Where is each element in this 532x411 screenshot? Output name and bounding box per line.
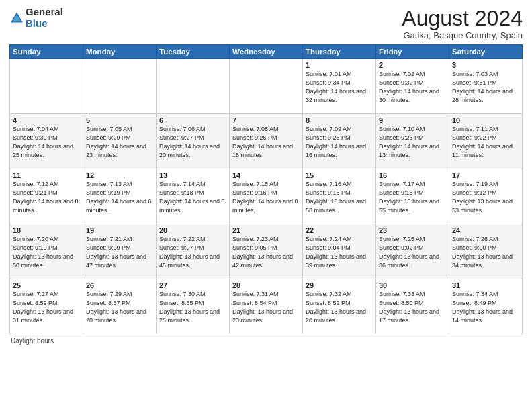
day-info: Sunrise: 7:17 AMSunset: 9:13 PMDaylight:… <box>379 180 446 215</box>
day-info: Sunrise: 7:20 AMSunset: 9:10 PMDaylight:… <box>13 235 80 270</box>
day-info: Sunrise: 7:12 AMSunset: 9:21 PMDaylight:… <box>13 180 80 215</box>
day-info: Sunrise: 7:21 AMSunset: 9:09 PMDaylight:… <box>86 235 153 270</box>
day-info: Sunrise: 7:14 AMSunset: 9:18 PMDaylight:… <box>159 180 226 215</box>
day-number: 25 <box>13 281 80 289</box>
day-info: Sunrise: 7:10 AMSunset: 9:23 PMDaylight:… <box>379 125 446 160</box>
table-row: 9Sunrise: 7:10 AMSunset: 9:23 PMDaylight… <box>376 114 449 169</box>
month-year: August 2024 <box>402 7 523 30</box>
table-row <box>230 59 303 114</box>
day-number: 29 <box>306 281 373 289</box>
day-number: 10 <box>452 116 519 124</box>
table-row: 12Sunrise: 7:13 AMSunset: 9:19 PMDayligh… <box>83 169 157 224</box>
table-row: 22Sunrise: 7:24 AMSunset: 9:04 PMDayligh… <box>303 224 376 279</box>
day-info: Sunrise: 7:33 AMSunset: 8:50 PMDaylight:… <box>379 290 446 325</box>
day-number: 1 <box>306 61 373 69</box>
table-row: 20Sunrise: 7:22 AMSunset: 9:07 PMDayligh… <box>157 224 230 279</box>
day-info: Sunrise: 7:19 AMSunset: 9:12 PMDaylight:… <box>452 180 519 215</box>
table-row: 25Sunrise: 7:27 AMSunset: 8:59 PMDayligh… <box>10 279 83 334</box>
table-row: 29Sunrise: 7:32 AMSunset: 8:52 PMDayligh… <box>303 279 376 334</box>
day-number: 20 <box>159 226 226 234</box>
table-row: 13Sunrise: 7:14 AMSunset: 9:18 PMDayligh… <box>157 169 230 224</box>
day-info: Sunrise: 7:22 AMSunset: 9:07 PMDaylight:… <box>159 235 226 270</box>
day-number: 15 <box>306 171 373 179</box>
day-info: Sunrise: 7:34 AMSunset: 8:49 PMDaylight:… <box>452 290 519 325</box>
day-info: Sunrise: 7:08 AMSunset: 9:26 PMDaylight:… <box>232 125 300 160</box>
table-row: 30Sunrise: 7:33 AMSunset: 8:50 PMDayligh… <box>376 279 449 334</box>
day-number: 31 <box>452 281 519 289</box>
table-row: 27Sunrise: 7:30 AMSunset: 8:55 PMDayligh… <box>157 279 230 334</box>
calendar-week-row: 18Sunrise: 7:20 AMSunset: 9:10 PMDayligh… <box>10 224 523 279</box>
day-number: 7 <box>232 116 300 124</box>
logo-blue-text: Blue <box>26 17 48 29</box>
day-number: 24 <box>452 226 519 234</box>
calendar-header-row: Sunday Monday Tuesday Wednesday Thursday… <box>10 45 523 59</box>
day-info: Sunrise: 7:32 AMSunset: 8:52 PMDaylight:… <box>306 290 373 325</box>
day-number: 30 <box>379 281 446 289</box>
day-number: 23 <box>379 226 446 234</box>
day-info: Sunrise: 7:15 AMSunset: 9:16 PMDaylight:… <box>232 180 300 215</box>
logo-icon <box>9 11 24 26</box>
day-info: Sunrise: 7:02 AMSunset: 9:32 PMDaylight:… <box>379 70 446 105</box>
table-row: 10Sunrise: 7:11 AMSunset: 9:22 PMDayligh… <box>449 114 523 169</box>
table-row <box>157 59 230 114</box>
table-row: 31Sunrise: 7:34 AMSunset: 8:49 PMDayligh… <box>449 279 523 334</box>
day-number: 12 <box>86 171 153 179</box>
day-info: Sunrise: 7:30 AMSunset: 8:55 PMDaylight:… <box>159 290 226 325</box>
location: Gatika, Basque Country, Spain <box>402 30 523 40</box>
logo-general-text: General <box>26 6 63 17</box>
col-saturday: Saturday <box>449 45 523 59</box>
day-number: 27 <box>159 281 226 289</box>
table-row: 23Sunrise: 7:25 AMSunset: 9:02 PMDayligh… <box>376 224 449 279</box>
day-info: Sunrise: 7:25 AMSunset: 9:02 PMDaylight:… <box>379 235 446 270</box>
table-row: 18Sunrise: 7:20 AMSunset: 9:10 PMDayligh… <box>10 224 83 279</box>
day-number: 2 <box>379 61 446 69</box>
page: General Blue August 2024 Gatika, Basque … <box>0 0 532 411</box>
day-info: Sunrise: 7:01 AMSunset: 9:34 PMDaylight:… <box>306 70 373 105</box>
table-row <box>10 59 83 114</box>
day-info: Sunrise: 7:26 AMSunset: 9:00 PMDaylight:… <box>452 235 519 270</box>
day-number: 5 <box>86 116 153 124</box>
table-row: 19Sunrise: 7:21 AMSunset: 9:09 PMDayligh… <box>83 224 157 279</box>
day-number: 13 <box>159 171 226 179</box>
day-info: Sunrise: 7:31 AMSunset: 8:54 PMDaylight:… <box>232 290 300 325</box>
day-number: 14 <box>232 171 300 179</box>
day-info: Sunrise: 7:27 AMSunset: 8:59 PMDaylight:… <box>13 290 80 325</box>
calendar-week-row: 11Sunrise: 7:12 AMSunset: 9:21 PMDayligh… <box>10 169 523 224</box>
day-number: 4 <box>13 116 80 124</box>
table-row: 15Sunrise: 7:16 AMSunset: 9:15 PMDayligh… <box>303 169 376 224</box>
day-number: 18 <box>13 226 80 234</box>
table-row: 1Sunrise: 7:01 AMSunset: 9:34 PMDaylight… <box>303 59 376 114</box>
table-row: 7Sunrise: 7:08 AMSunset: 9:26 PMDaylight… <box>230 114 303 169</box>
col-wednesday: Wednesday <box>230 45 303 59</box>
col-monday: Monday <box>83 45 157 59</box>
day-number: 9 <box>379 116 446 124</box>
col-thursday: Thursday <box>303 45 376 59</box>
calendar-week-row: 1Sunrise: 7:01 AMSunset: 9:34 PMDaylight… <box>10 59 523 114</box>
day-info: Sunrise: 7:23 AMSunset: 9:05 PMDaylight:… <box>232 235 300 270</box>
day-number: 21 <box>232 226 300 234</box>
day-number: 8 <box>306 116 373 124</box>
col-friday: Friday <box>376 45 449 59</box>
footer-note: Daylight hours <box>9 337 523 345</box>
table-row: 17Sunrise: 7:19 AMSunset: 9:12 PMDayligh… <box>449 169 523 224</box>
table-row: 3Sunrise: 7:03 AMSunset: 9:31 PMDaylight… <box>449 59 523 114</box>
day-info: Sunrise: 7:05 AMSunset: 9:29 PMDaylight:… <box>86 125 153 160</box>
table-row <box>83 59 157 114</box>
day-info: Sunrise: 7:13 AMSunset: 9:19 PMDaylight:… <box>86 180 153 215</box>
calendar-week-row: 25Sunrise: 7:27 AMSunset: 8:59 PMDayligh… <box>10 279 523 334</box>
table-row: 24Sunrise: 7:26 AMSunset: 9:00 PMDayligh… <box>449 224 523 279</box>
logo: General Blue <box>9 7 63 29</box>
day-info: Sunrise: 7:16 AMSunset: 9:15 PMDaylight:… <box>306 180 373 215</box>
table-row: 16Sunrise: 7:17 AMSunset: 9:13 PMDayligh… <box>376 169 449 224</box>
day-info: Sunrise: 7:29 AMSunset: 8:57 PMDaylight:… <box>86 290 153 325</box>
table-row: 11Sunrise: 7:12 AMSunset: 9:21 PMDayligh… <box>10 169 83 224</box>
calendar-week-row: 4Sunrise: 7:04 AMSunset: 9:30 PMDaylight… <box>10 114 523 169</box>
day-info: Sunrise: 7:24 AMSunset: 9:04 PMDaylight:… <box>306 235 373 270</box>
day-info: Sunrise: 7:06 AMSunset: 9:27 PMDaylight:… <box>159 125 226 160</box>
table-row: 21Sunrise: 7:23 AMSunset: 9:05 PMDayligh… <box>230 224 303 279</box>
table-row: 8Sunrise: 7:09 AMSunset: 9:25 PMDaylight… <box>303 114 376 169</box>
table-row: 4Sunrise: 7:04 AMSunset: 9:30 PMDaylight… <box>10 114 83 169</box>
day-number: 28 <box>232 281 300 289</box>
table-row: 26Sunrise: 7:29 AMSunset: 8:57 PMDayligh… <box>83 279 157 334</box>
day-info: Sunrise: 7:09 AMSunset: 9:25 PMDaylight:… <box>306 125 373 160</box>
